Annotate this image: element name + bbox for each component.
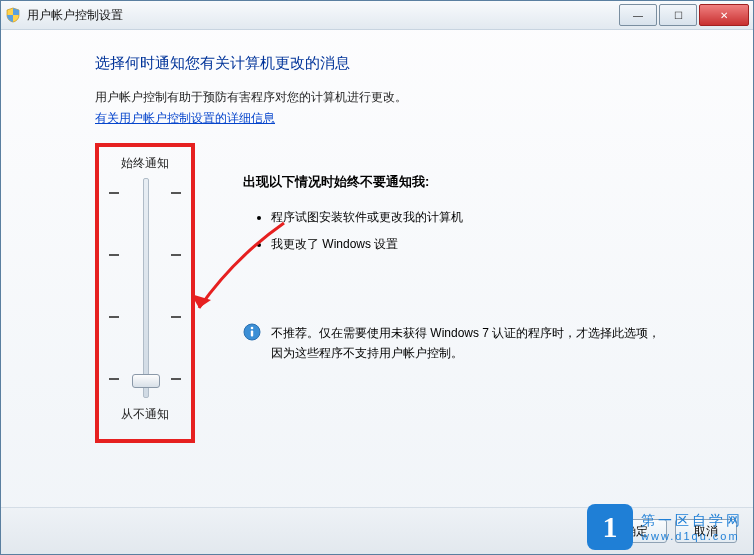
- svg-rect-2: [251, 331, 253, 337]
- info-link[interactable]: 有关用户帐户控制设置的详细信息: [95, 111, 275, 125]
- minimize-button[interactable]: —: [619, 4, 657, 26]
- slider-tick: [109, 316, 181, 318]
- info-icon: [243, 323, 261, 341]
- intro-text: 用户帐户控制有助于预防有害程序对您的计算机进行更改。: [95, 89, 713, 106]
- list-item: 程序试图安装软件或更改我的计算机: [271, 209, 663, 226]
- watermark-line2: www.d1qu.com: [641, 530, 743, 542]
- titlebar: 用户帐户控制设置 — ☐ ✕: [1, 1, 753, 30]
- main-area: 始终通知 从不通知 出现以下情况时始终不要通知我: 程序试图安装软件或更改我的计…: [95, 143, 713, 443]
- watermark-text: 第一区自学网 www.d1qu.com: [641, 512, 743, 542]
- footer: 确定 取消 1 第一区自学网 www.d1qu.com: [1, 507, 753, 554]
- window-title: 用户帐户控制设置: [27, 7, 123, 24]
- watermark-line1: 第一区自学网: [641, 512, 743, 530]
- content-area: 选择何时通知您有关计算机更改的消息 用户帐户控制有助于预防有害程序对您的计算机进…: [1, 30, 753, 507]
- panel-heading: 出现以下情况时始终不要通知我:: [243, 173, 663, 191]
- notification-slider-box: 始终通知 从不通知: [95, 143, 195, 443]
- info-text: 不推荐。仅在需要使用未获得 Windows 7 认证的程序时，才选择此选项，因为…: [271, 323, 663, 364]
- bullet-list: 程序试图安装软件或更改我的计算机 我更改了 Windows 设置: [255, 209, 663, 253]
- watermark-badge: 1: [587, 504, 633, 550]
- close-button[interactable]: ✕: [699, 4, 749, 26]
- description-panel: 出现以下情况时始终不要通知我: 程序试图安装软件或更改我的计算机 我更改了 Wi…: [243, 143, 663, 443]
- maximize-button[interactable]: ☐: [659, 4, 697, 26]
- uac-settings-window: 用户帐户控制设置 — ☐ ✕ 选择何时通知您有关计算机更改的消息 用户帐户控制有…: [0, 0, 754, 555]
- list-item: 我更改了 Windows 设置: [271, 236, 663, 253]
- slider-thumb[interactable]: [132, 374, 160, 388]
- page-heading: 选择何时通知您有关计算机更改的消息: [95, 54, 713, 73]
- slider-track[interactable]: [109, 178, 181, 398]
- shield-icon: [5, 7, 21, 23]
- slider-top-label: 始终通知: [109, 155, 181, 172]
- slider-bottom-label: 从不通知: [109, 406, 181, 423]
- window-buttons: — ☐ ✕: [617, 4, 749, 26]
- info-row: 不推荐。仅在需要使用未获得 Windows 7 认证的程序时，才选择此选项，因为…: [243, 323, 663, 364]
- slider-tick: [109, 254, 181, 256]
- slider-rail: [143, 178, 149, 398]
- svg-point-1: [251, 327, 254, 330]
- slider-tick: [109, 192, 181, 194]
- watermark: 1 第一区自学网 www.d1qu.com: [587, 504, 743, 550]
